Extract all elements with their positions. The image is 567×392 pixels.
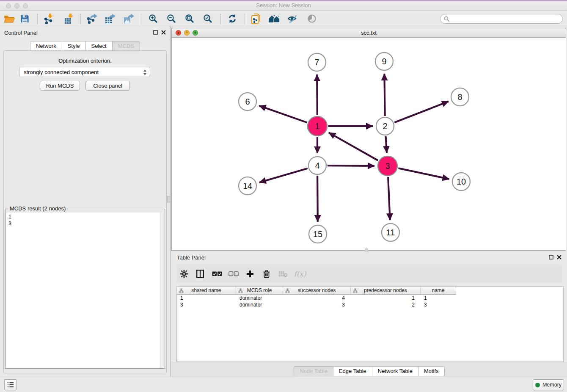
cell-MCDS-role[interactable]: dominator — [236, 295, 283, 301]
tab-style[interactable]: Style — [62, 41, 86, 51]
float-table-panel-icon[interactable] — [549, 255, 553, 259]
table-tab-node-table[interactable]: Node Table — [294, 366, 333, 376]
table-row-1[interactable]: 1dominator411 — [177, 295, 563, 301]
edge-2-3[interactable] — [386, 136, 387, 153]
graph-node-3[interactable]: 3 — [378, 156, 397, 176]
cell-successor-nodes[interactable]: 3 — [283, 301, 351, 308]
memory-button[interactable]: Memory — [533, 379, 564, 390]
node-label: 10 — [457, 177, 466, 186]
toolbar-divider — [37, 14, 38, 24]
close-table-panel-icon[interactable] — [557, 255, 561, 259]
node-label: 3 — [385, 161, 390, 171]
table-row-2[interactable]: 3dominator323 — [177, 301, 563, 308]
graph-node-6[interactable]: 6 — [239, 93, 256, 110]
style-preview-button[interactable] — [286, 13, 298, 25]
column-header-shared-name[interactable]: shared name — [177, 287, 236, 295]
table-settings-button[interactable] — [178, 268, 190, 280]
create-column-button[interactable] — [244, 268, 256, 280]
save-session-button[interactable] — [19, 13, 30, 25]
edge-4-14[interactable] — [259, 168, 308, 182]
float-panel-icon[interactable] — [153, 30, 158, 35]
cell-shared-name[interactable]: 1 — [177, 295, 236, 301]
cell-predecessor-nodes[interactable]: 1 — [351, 295, 421, 301]
column-header-MCDS-role[interactable]: MCDS role — [236, 287, 283, 295]
zoom-fit-button[interactable] — [184, 13, 195, 25]
export-network-button[interactable] — [86, 13, 98, 25]
edge-3-11[interactable] — [388, 177, 390, 220]
edge-2-9[interactable] — [384, 74, 385, 116]
task-history-button[interactable] — [4, 379, 17, 390]
network-canvas[interactable]: 7968124314101511 — [172, 38, 566, 250]
mcds-result-area[interactable]: 13 — [6, 213, 165, 368]
graph-node-10[interactable]: 10 — [452, 173, 470, 190]
table-header-row: shared nameMCDS rolesuccessor nodesprede… — [177, 287, 563, 295]
select-all-columns-button[interactable] — [211, 268, 223, 280]
graph-node-11[interactable]: 11 — [382, 224, 399, 241]
cell-shared-name[interactable]: 3 — [177, 301, 236, 308]
graph-node-15[interactable]: 15 — [309, 225, 327, 243]
network-window-titlebar[interactable]: x – + scc.txt — [172, 28, 566, 38]
edge-4-15[interactable] — [317, 176, 318, 222]
edge-1-6[interactable] — [259, 106, 307, 123]
network-graph[interactable]: 7968124314101511 — [172, 38, 566, 250]
delete-column-button[interactable] — [261, 268, 272, 280]
control-panel-tabs: NetworkStyleSelectMCDS — [0, 41, 170, 51]
canvas-splitter-handle[interactable] — [365, 248, 368, 251]
unselect-all-columns-button[interactable] — [228, 268, 239, 280]
fx-icon: f(x) — [294, 270, 306, 278]
function-builder-button[interactable]: f(x) — [292, 268, 308, 280]
show-graphics-button[interactable] — [306, 13, 318, 25]
column-header-predecessor-nodes[interactable]: predecessor nodes — [351, 287, 421, 295]
edge-3-10[interactable] — [398, 168, 449, 179]
run-mcds-button[interactable]: Run MCDS — [40, 81, 80, 91]
import-network-button[interactable] — [43, 13, 55, 25]
zoom-out-button[interactable] — [165, 13, 177, 25]
layout-button[interactable] — [268, 13, 280, 25]
show-columns-button[interactable] — [194, 268, 206, 280]
table-tab-network-table[interactable]: Network Table — [372, 366, 418, 376]
graph-node-8[interactable]: 8 — [451, 88, 469, 106]
tab-mcds[interactable]: MCDS — [112, 41, 140, 51]
graph-node-14[interactable]: 14 — [239, 177, 256, 195]
edge-3-1[interactable] — [329, 133, 378, 160]
cell-predecessor-nodes[interactable]: 2 — [351, 301, 421, 308]
graph-node-2[interactable]: 2 — [376, 117, 394, 135]
graph-node-1[interactable]: 1 — [308, 116, 327, 136]
cell-name[interactable]: 3 — [421, 301, 456, 308]
panel-splitter-handle[interactable] — [167, 196, 171, 202]
memory-label: Memory — [542, 382, 561, 388]
clone-network-button[interactable] — [250, 13, 262, 25]
cell-name[interactable]: 1 — [421, 295, 456, 301]
column-header-label: predecessor nodes — [364, 287, 407, 293]
graph-node-7[interactable]: 7 — [308, 53, 326, 71]
cell-MCDS-role[interactable]: dominator — [236, 301, 283, 308]
cell-successor-nodes[interactable]: 4 — [283, 295, 351, 301]
table-tab-motifs[interactable]: Motifs — [418, 366, 445, 376]
edge-2-8[interactable] — [394, 102, 449, 123]
zoom-selected-button[interactable] — [202, 13, 214, 25]
close-panel-icon[interactable] — [161, 30, 166, 35]
zoom-in-button[interactable] — [147, 13, 159, 25]
criterion-dropdown[interactable]: strongly connected component — [19, 67, 150, 77]
tab-select[interactable]: Select — [85, 41, 113, 51]
memory-status-icon — [535, 383, 540, 387]
column-header-name[interactable]: name — [421, 287, 456, 295]
graph-node-9[interactable]: 9 — [375, 52, 393, 70]
edge-1-7[interactable] — [317, 75, 317, 115]
column-header-successor-nodes[interactable]: successor nodes — [283, 287, 351, 295]
refresh-button[interactable] — [226, 13, 238, 25]
delete-table-button[interactable] — [277, 268, 289, 280]
import-table-button[interactable] — [63, 13, 75, 25]
export-image-button[interactable] — [123, 13, 135, 25]
graph-node-4[interactable]: 4 — [308, 157, 326, 174]
export-table-button[interactable] — [105, 13, 116, 25]
open-session-button[interactable] — [3, 13, 15, 25]
mcds-result-line: 1 — [6, 213, 165, 220]
table-tab-edge-table[interactable]: Edge Table — [333, 366, 372, 376]
edge-4-3[interactable] — [328, 166, 374, 166]
search-input[interactable] — [451, 15, 562, 23]
close-panel-button[interactable]: Close panel — [85, 81, 130, 91]
tab-network[interactable]: Network — [30, 41, 62, 51]
search-box[interactable] — [440, 14, 563, 24]
result-scrollbar[interactable] — [160, 213, 165, 368]
